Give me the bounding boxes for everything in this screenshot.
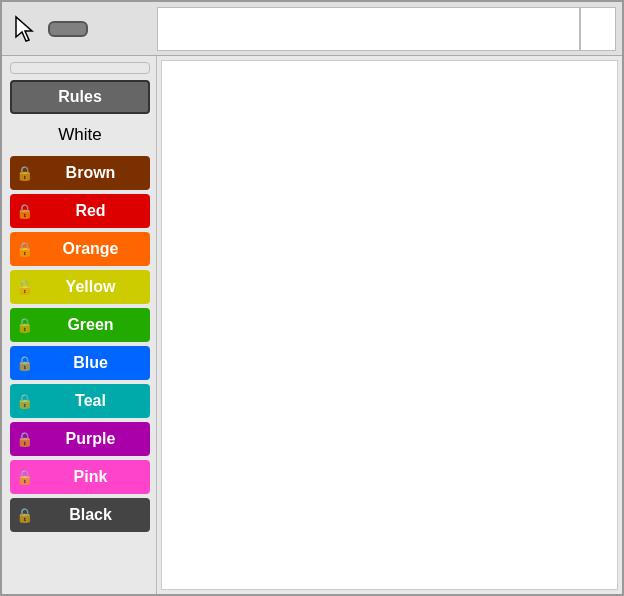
- lock-icon: 🔒: [16, 393, 33, 409]
- sidebar-item-orange[interactable]: 🔒Orange: [10, 232, 150, 266]
- lock-icon: 🔒: [16, 355, 33, 371]
- sidebar-item-red[interactable]: 🔒Red: [10, 194, 150, 228]
- grey-button[interactable]: [48, 21, 88, 37]
- sidebar-item-white[interactable]: White: [10, 118, 150, 152]
- close-button[interactable]: [580, 7, 616, 51]
- sidebar-item-label: Pink: [37, 468, 144, 486]
- sidebar-item-label: Red: [37, 202, 144, 220]
- title-bar-left: [2, 11, 157, 47]
- sidebar-item-purple[interactable]: 🔒Purple: [10, 422, 150, 456]
- sidebar-item-label: Black: [37, 506, 144, 524]
- cursor-icon: [8, 11, 44, 47]
- add-new-button[interactable]: [10, 62, 150, 74]
- rules-title: [157, 7, 580, 51]
- lock-icon: 🔒: [16, 279, 33, 295]
- sidebar-item-rules[interactable]: Rules: [10, 80, 150, 114]
- sidebar-item-teal[interactable]: 🔒Teal: [10, 384, 150, 418]
- sidebar-item-label: White: [16, 125, 144, 145]
- sidebar-item-pink[interactable]: 🔒Pink: [10, 460, 150, 494]
- sidebar-item-brown[interactable]: 🔒Brown: [10, 156, 150, 190]
- sidebar-item-blue[interactable]: 🔒Blue: [10, 346, 150, 380]
- sidebar-item-label: Blue: [37, 354, 144, 372]
- lock-icon: 🔒: [16, 165, 33, 181]
- sidebar-item-label: Yellow: [37, 278, 144, 296]
- app-window: RulesWhite🔒Brown🔒Red🔒Orange🔒Yellow🔒Green…: [0, 0, 624, 596]
- sidebar-item-label: Teal: [37, 392, 144, 410]
- lock-icon: 🔒: [16, 203, 33, 219]
- sidebar-item-label: Orange: [37, 240, 144, 258]
- lock-icon: 🔒: [16, 469, 33, 485]
- lock-icon: 🔒: [16, 317, 33, 333]
- sidebar: RulesWhite🔒Brown🔒Red🔒Orange🔒Yellow🔒Green…: [2, 56, 157, 594]
- main-panel: [161, 60, 618, 590]
- lock-icon: 🔒: [16, 507, 33, 523]
- sidebar-item-label: Rules: [18, 88, 142, 106]
- title-bar: [2, 2, 622, 56]
- sidebar-item-green[interactable]: 🔒Green: [10, 308, 150, 342]
- content-area: RulesWhite🔒Brown🔒Red🔒Orange🔒Yellow🔒Green…: [2, 56, 622, 594]
- sidebar-item-black[interactable]: 🔒Black: [10, 498, 150, 532]
- sidebar-item-yellow[interactable]: 🔒Yellow: [10, 270, 150, 304]
- lock-icon: 🔒: [16, 241, 33, 257]
- sidebar-item-label: Purple: [37, 430, 144, 448]
- lock-icon: 🔒: [16, 431, 33, 447]
- sidebar-item-label: Green: [37, 316, 144, 334]
- sidebar-item-label: Brown: [37, 164, 144, 182]
- svg-marker-0: [16, 17, 32, 41]
